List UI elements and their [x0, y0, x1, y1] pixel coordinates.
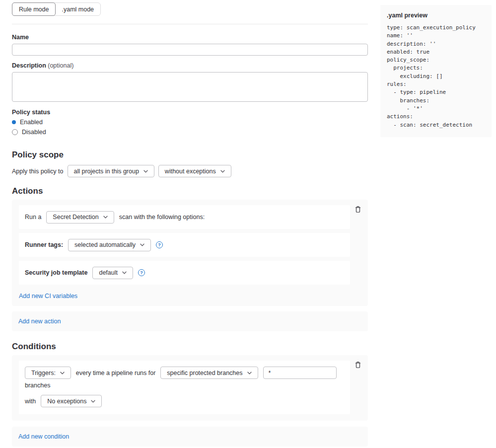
job-template-label: Security job template — [25, 269, 87, 276]
pipeline-runs-text: every time a pipeline runs for — [76, 370, 156, 376]
status-enabled-label: Enabled — [20, 119, 43, 126]
add-ci-variables-link[interactable]: Add new CI variables — [19, 293, 77, 299]
with-text: with — [25, 398, 36, 405]
runner-tags-label: Runner tags: — [25, 241, 63, 248]
runner-tags-card: Runner tags: selected automatically — [19, 233, 350, 257]
job-template-card: Security job template default — [19, 261, 350, 285]
scanner-dropdown[interactable]: Secret Detection — [46, 211, 114, 224]
chevron-down-icon — [220, 170, 225, 173]
pipeline-rule-card: Triggers: every time a pipeline runs for… — [19, 361, 350, 414]
chevron-down-icon — [140, 243, 144, 246]
projects-scope-dropdown[interactable]: all projects in this group — [68, 165, 154, 177]
trash-icon — [354, 207, 361, 215]
rule-type-dropdown[interactable]: Triggers: — [25, 367, 71, 379]
yaml-preview-title: .yaml preview — [387, 12, 485, 19]
branch-type-dropdown[interactable]: specific protected branches — [160, 367, 258, 379]
chevron-down-icon — [91, 400, 95, 403]
status-option-enabled[interactable]: Enabled — [12, 119, 368, 126]
branches-text: branches — [25, 382, 50, 389]
policy-scope-heading: Policy scope — [12, 150, 368, 160]
scan-options-text: scan with the following options: — [119, 214, 205, 221]
rule-mode-tab[interactable]: Rule mode — [12, 2, 56, 16]
add-action-bar: Add new action — [12, 311, 368, 331]
branch-exceptions-dropdown[interactable]: No exceptions — [41, 395, 102, 407]
runner-tags-dropdown[interactable]: selected automatically — [68, 239, 151, 251]
apply-policy-text: Apply this policy to — [12, 168, 64, 175]
description-textarea[interactable] — [12, 72, 368, 102]
add-new-condition-link[interactable]: Add new condition — [18, 433, 69, 440]
branches-input[interactable] — [263, 367, 337, 379]
scope-exceptions-dropdown[interactable]: without exceptions — [158, 165, 231, 177]
yaml-preview-panel: .yaml preview type: scan_execution_polic… — [380, 5, 492, 137]
name-label: Name — [12, 34, 368, 41]
policy-scope-row: Apply this policy to all projects in thi… — [12, 165, 368, 177]
radio-unchecked-icon[interactable] — [12, 129, 18, 135]
policy-editor-main: Rule mode .yaml mode Name Description (o… — [12, 0, 368, 448]
description-label: Description (optional) — [12, 62, 368, 69]
actions-heading: Actions — [12, 186, 368, 196]
help-icon[interactable] — [156, 241, 163, 248]
yaml-preview-code: type: scan_execution_policy name: '' des… — [387, 24, 485, 129]
conditions-heading: Conditions — [12, 342, 368, 352]
action-panel: Run a Secret Detection scan with the fol… — [12, 200, 368, 306]
status-option-disabled[interactable]: Disabled — [12, 129, 368, 136]
condition-panel: Triggers: every time a pipeline runs for… — [12, 355, 368, 421]
add-new-action-link[interactable]: Add new action — [18, 318, 61, 325]
job-template-dropdown[interactable]: default — [92, 267, 133, 279]
trash-icon — [354, 363, 361, 370]
status-disabled-label: Disabled — [22, 129, 46, 136]
yaml-mode-tab[interactable]: .yaml mode — [55, 2, 101, 16]
delete-action-button[interactable] — [354, 205, 362, 214]
editor-mode-toggle: Rule mode .yaml mode — [12, 2, 101, 16]
radio-checked-icon[interactable] — [12, 120, 16, 124]
chevron-down-icon — [60, 372, 65, 374]
add-condition-bar: Add new condition — [12, 427, 368, 447]
chevron-down-icon — [143, 170, 148, 173]
policy-status-label: Policy status — [12, 109, 368, 116]
chevron-down-icon — [122, 271, 127, 274]
scan-action-card: Run a Secret Detection scan with the fol… — [19, 205, 350, 229]
help-icon[interactable] — [138, 269, 145, 276]
name-input[interactable] — [12, 44, 368, 56]
chevron-down-icon — [103, 216, 108, 219]
divider — [12, 24, 368, 24]
run-a-text: Run a — [25, 214, 41, 221]
description-optional-hint: (optional) — [48, 62, 73, 69]
delete-condition-button[interactable] — [354, 360, 362, 370]
chevron-down-icon — [247, 372, 252, 374]
